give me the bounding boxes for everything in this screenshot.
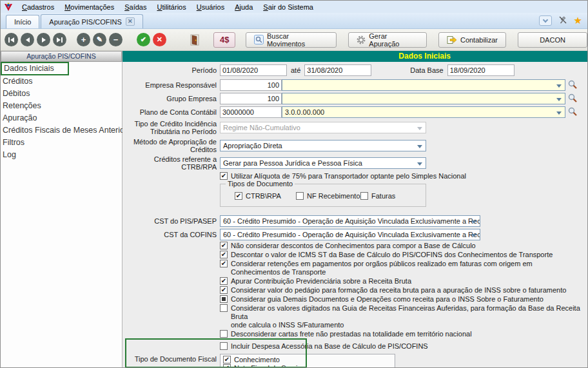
grupo-combo[interactable] xyxy=(282,93,565,104)
combo-arrow-icon[interactable] xyxy=(471,234,476,237)
contabilizar-label: Contabilizar xyxy=(460,36,498,44)
combo-arrow-icon[interactable] xyxy=(556,84,562,88)
options-checklist: Não considerar descontos de Conhecimento… xyxy=(122,242,587,351)
check-row[interactable]: Desconsiderar cartas frete não prestadas… xyxy=(220,330,587,338)
list-option[interactable]: Conhecimento xyxy=(223,356,392,364)
sidebar-item-dados-iniciais[interactable]: Dados Iniciais xyxy=(1,62,69,75)
plano-code-field[interactable]: 30000000 xyxy=(220,106,282,118)
check-row[interactable]: Considerar os valores digitados na Guia … xyxy=(220,304,587,329)
check-row[interactable]: Considerar valor do pedágio para formaçã… xyxy=(220,286,587,295)
currency-tool-button[interactable]: 4$ xyxy=(213,32,235,48)
previous-record-button[interactable] xyxy=(21,33,34,46)
edit-record-button[interactable]: ✎ xyxy=(93,33,106,46)
plano-search-icon[interactable] xyxy=(567,106,578,118)
check-row[interactable]: Considerar guia Demais Documentos e Oper… xyxy=(220,295,587,304)
data-base-field[interactable]: 18/09/2020 xyxy=(447,64,514,76)
favorite-star-icon[interactable]: ★ xyxy=(574,16,582,25)
first-record-button[interactable] xyxy=(5,33,18,46)
cancel-button[interactable]: ✕ xyxy=(153,33,166,46)
menu-movimentacoes[interactable]: Movimentações xyxy=(59,2,119,12)
sidebar-item-log[interactable]: Log xyxy=(1,149,122,161)
sidebar-item-debitos[interactable]: Débitos xyxy=(1,88,122,100)
cst-cofins-combo[interactable]: 60 - Crédito Presumido - Operação de Aqu… xyxy=(220,229,480,240)
combo-arrow-icon[interactable] xyxy=(417,145,422,148)
option-nf-recebimento[interactable]: NF Recebimento xyxy=(296,192,360,200)
page-title: Dados Iniciais xyxy=(398,52,451,61)
contabilizar-button[interactable]: Contabilizar xyxy=(438,32,506,48)
plano-combo[interactable]: 3.0.0.00.000 xyxy=(282,106,565,118)
sidebar-item-creditos-fiscais[interactable]: Créditos Fiscais de Meses Anteriores xyxy=(1,124,122,137)
tab-close-icon[interactable]: ✕ xyxy=(126,17,135,26)
combo-arrow-icon[interactable] xyxy=(471,220,476,224)
checkbox[interactable] xyxy=(220,286,228,294)
empresa-code-field[interactable]: 100 xyxy=(220,79,282,91)
sidebar-item-apuracao[interactable]: Apuração xyxy=(1,112,122,124)
delete-record-button[interactable]: − xyxy=(109,33,122,46)
checkbox[interactable] xyxy=(220,260,228,267)
next-record-button[interactable] xyxy=(37,33,50,46)
sidebar-item-filtros[interactable]: Filtros xyxy=(1,137,122,149)
confirm-button[interactable]: ✔ xyxy=(137,33,150,46)
sidebar-item-creditos[interactable]: Créditos xyxy=(1,75,122,88)
combo-arrow-icon[interactable] xyxy=(417,162,422,166)
check-row[interactable]: Apurar Contribuição Previdenciária sobre… xyxy=(220,277,587,286)
nf-recebimento-checkbox[interactable] xyxy=(296,192,304,200)
check-row[interactable]: Incluir Despesa Acessória na Base de Cál… xyxy=(220,342,587,351)
checkbox[interactable] xyxy=(220,277,228,285)
creditos-ctrb-label: Créditos referente a CTRB/RPA xyxy=(126,155,217,171)
sidebar-item-retencoes[interactable]: Retenções xyxy=(1,100,122,112)
ctrb-rpa-checkbox[interactable] xyxy=(235,192,242,200)
option-faturas[interactable]: Faturas xyxy=(360,192,422,200)
combo-arrow-icon[interactable] xyxy=(556,111,562,115)
empresa-combo[interactable] xyxy=(282,79,565,91)
check-row[interactable]: Considerar retenções em pagamentos por o… xyxy=(220,260,587,276)
buscar-movimentos-button[interactable]: Buscar Movimentos xyxy=(246,32,337,48)
aliquota75-checkbox[interactable] xyxy=(220,172,228,180)
dacon-button[interactable]: DACON xyxy=(518,32,587,48)
add-record-button[interactable]: + xyxy=(77,33,90,46)
grupo-search-icon[interactable] xyxy=(567,93,578,104)
checkbox[interactable] xyxy=(220,330,228,338)
combo-arrow-icon[interactable] xyxy=(556,98,562,101)
empresa-search-icon[interactable] xyxy=(567,79,578,91)
grupo-empresa-label: Grupo Empresa xyxy=(126,95,217,102)
faturas-checkbox[interactable] xyxy=(360,192,368,200)
main-panel: Dados Iniciais Período 01/08/2020 até 31… xyxy=(122,51,587,368)
check-row[interactable]: Não considerar descontos de Conhecimento… xyxy=(220,242,587,250)
checkbox[interactable] xyxy=(220,242,228,249)
tipos-documento-group: Tipos de Documento CTRB\RPA NF Recebimen… xyxy=(220,184,426,207)
checkbox[interactable] xyxy=(220,295,228,303)
gerar-apuracao-button[interactable]: Gerar Apuração xyxy=(348,32,427,48)
menu-sair-do-sistema[interactable]: Sair do Sistema xyxy=(258,2,318,12)
checkbox[interactable] xyxy=(220,342,228,350)
tab-list-chevron-button[interactable] xyxy=(539,15,552,26)
list-option[interactable]: Nota Fiscal de Serviço xyxy=(223,364,392,368)
grupo-code-field[interactable]: 100 xyxy=(220,93,282,104)
periodo-to-field[interactable]: 31/08/2020 xyxy=(304,64,371,76)
menu-utilitarios[interactable]: Utilitários xyxy=(152,2,191,12)
cst-pis-combo[interactable]: 60 - Crédito Presumido - Operação de Aqu… xyxy=(220,215,480,227)
checkbox[interactable] xyxy=(223,356,231,363)
periodo-from-field[interactable]: 01/08/2020 xyxy=(220,64,287,76)
tab-apuracao-pis-cofins[interactable]: Apuração PIS/COFINS ✕ xyxy=(41,14,143,28)
menu-usuarios[interactable]: Usuários xyxy=(191,2,230,12)
checkbox[interactable] xyxy=(220,251,228,258)
menu-ajuda[interactable]: Ajuda xyxy=(230,2,258,12)
menu-saidas[interactable]: Saídas xyxy=(119,2,152,12)
unpin-icon[interactable] xyxy=(558,15,567,26)
check-row[interactable]: Descontar o valor de ICMS ST da Base de … xyxy=(220,251,587,259)
exit-door-icon[interactable] xyxy=(190,34,199,46)
tipos-documento-title: Tipos de Documento xyxy=(226,180,295,188)
metodo-apropriacao-combo[interactable]: Apropriação Direta xyxy=(220,140,426,151)
option-ctrb-rpa[interactable]: CTRB\RPA xyxy=(235,192,296,200)
tabbar-actions: ★ xyxy=(539,15,587,28)
creditos-ctrb-combo[interactable]: Gerar para Pessoa Jurídica e Pessoa Físi… xyxy=(220,157,426,169)
section-header: Dados Iniciais xyxy=(122,51,587,62)
menu-cadastros[interactable]: Cadastros xyxy=(17,2,59,12)
tab-inicio[interactable]: Início xyxy=(6,15,39,28)
last-record-button[interactable] xyxy=(53,33,66,46)
checkbox[interactable] xyxy=(223,364,231,368)
checkbox[interactable] xyxy=(220,304,228,312)
tipo-documento-fiscal-list[interactable]: Conhecimento Nota Fiscal de Serviço Nota… xyxy=(220,354,395,368)
ate-label: até xyxy=(291,66,300,74)
